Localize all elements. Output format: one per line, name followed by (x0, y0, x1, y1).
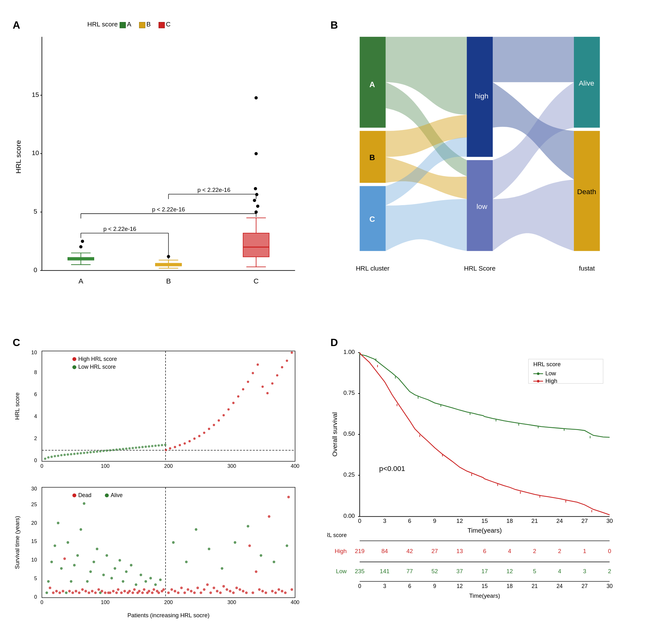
panel-c-svg: C 0 2 4 6 8 10 HRL score 0 100 200 300 4… (9, 327, 318, 635)
svg-point-75 (55, 590, 57, 592)
svg-point-120 (129, 590, 131, 592)
risk-low-24: 4 (558, 568, 561, 575)
svg-point-88 (76, 554, 79, 557)
svg-point-153 (203, 588, 205, 591)
svg-point-144 (174, 590, 176, 592)
svg-point-135 (153, 588, 155, 591)
legend-low-label: Low HRL score (78, 364, 116, 370)
svg-point-109 (111, 577, 113, 579)
svg-point-123 (133, 588, 136, 591)
svg-point-172 (265, 592, 267, 594)
rt-x-27: 27 (582, 583, 588, 589)
svg-point-173 (268, 515, 270, 517)
svg-point-147 (183, 592, 186, 594)
svg-point-7 (54, 455, 56, 457)
rt-x-0: 0 (358, 583, 361, 589)
bot-y-25: 25 (31, 501, 37, 507)
rt-x-30: 30 (607, 583, 613, 589)
y-axis-label: HRL score (14, 140, 22, 173)
svg-point-115 (120, 592, 123, 594)
risk-high-9: 27 (431, 548, 438, 554)
km-p-value: p<0.001 (379, 464, 405, 472)
svg-point-33 (138, 446, 140, 448)
risk-high-label: High (335, 548, 347, 554)
svg-point-108 (109, 592, 112, 594)
svg-point-38 (155, 445, 157, 447)
risk-high-18: 4 (508, 548, 511, 554)
box-c-outlier-5 (254, 187, 257, 190)
box-c-outlier-2 (256, 205, 259, 208)
svg-point-168 (252, 592, 254, 594)
svg-point-121 (130, 564, 133, 566)
svg-point-16 (83, 451, 85, 454)
svg-point-188 (260, 554, 262, 557)
svg-point-46 (183, 442, 186, 445)
box-c-outlier-3 (253, 199, 256, 202)
y-tick-0: 0 (34, 266, 37, 273)
legend-low-dot (72, 365, 76, 369)
svg-point-95 (88, 592, 90, 594)
svg-point-182 (185, 561, 188, 563)
bot-x-100: 100 (101, 599, 110, 605)
svg-point-37 (151, 445, 153, 447)
svg-point-176 (277, 588, 280, 591)
svg-point-155 (209, 592, 212, 594)
bot-x-300: 300 (227, 599, 236, 605)
legend-dead-label: Dead (78, 492, 91, 498)
risk-low-15: 17 (481, 568, 488, 575)
svg-point-25 (112, 449, 114, 451)
svg-point-39 (158, 444, 160, 446)
svg-point-53 (218, 419, 220, 421)
svg-point-78 (60, 567, 63, 570)
svg-point-170 (258, 588, 260, 591)
svg-point-76 (57, 521, 59, 524)
top-x-0: 0 (41, 463, 43, 468)
svg-point-114 (119, 559, 121, 561)
risk-low-12: 37 (456, 568, 463, 575)
svg-point-85 (71, 592, 74, 594)
svg-point-34 (141, 446, 144, 448)
bot-y-label: Survival time (years) (14, 516, 20, 569)
legend-dead-dot (72, 493, 76, 497)
svg-point-47 (189, 440, 191, 442)
svg-point-94 (86, 580, 88, 582)
km-legend-title: HRL score (533, 361, 561, 368)
svg-point-17 (86, 451, 88, 453)
x-label-c: C (254, 277, 259, 285)
top-y-2: 2 (34, 435, 37, 441)
top-x-100: 100 (101, 463, 110, 468)
svg-point-29 (125, 447, 128, 450)
svg-point-158 (219, 592, 221, 594)
p-value-ac: p < 2.22e-16 (152, 206, 185, 213)
km-x-0: 0 (358, 517, 361, 524)
y-tick-1.00: 1.00 (344, 348, 355, 355)
box-c-outlier-7 (254, 96, 258, 99)
svg-point-130 (145, 580, 147, 582)
top-x-300: 300 (227, 463, 236, 468)
svg-point-45 (179, 444, 181, 446)
legend-alive-label: Alive (111, 492, 123, 498)
bot-y-30: 30 (31, 486, 37, 491)
svg-point-40 (161, 444, 163, 446)
legend-a-label: A (127, 20, 131, 28)
legend-c-box (159, 22, 165, 28)
risk-table-header: HRL score (327, 532, 347, 538)
svg-point-134 (151, 592, 154, 594)
x-label-a: A (78, 277, 83, 285)
bot-x-label: Patients (increasing HRL socre) (128, 612, 210, 618)
svg-point-55 (227, 408, 230, 410)
svg-point-97 (91, 590, 93, 592)
panel-a: A A B C HRL score 0 5 10 15 HRL (6, 6, 321, 320)
svg-point-183 (195, 528, 197, 530)
svg-point-74 (53, 544, 56, 547)
svg-point-184 (208, 548, 210, 550)
rt-x-18: 18 (506, 583, 512, 589)
p-value-bc: p < 2.22e-16 (198, 187, 231, 193)
bot-y-0: 0 (34, 594, 37, 599)
top-y-4: 4 (34, 413, 37, 419)
svg-point-117 (123, 590, 126, 592)
svg-point-32 (135, 446, 137, 449)
top-y-6: 6 (34, 391, 37, 397)
score-high-label: high (475, 92, 488, 100)
top-x-400: 400 (291, 463, 299, 468)
